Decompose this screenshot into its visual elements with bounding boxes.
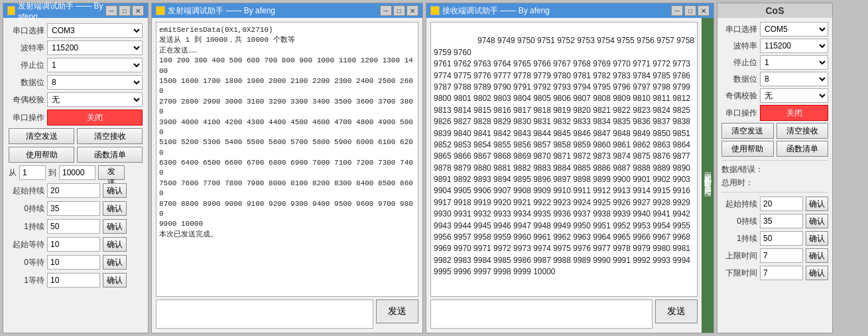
- param-row-1: 0持续 确认: [9, 201, 143, 216]
- rc-param-input-0[interactable]: [760, 197, 803, 211]
- rc-baud-row: 波特率 115200: [721, 39, 828, 53]
- rc-baud-label: 波特率: [721, 41, 757, 52]
- rc-param-label-0: 起始持续: [721, 199, 757, 210]
- right-title: 接收端调试助手 —— By afeng: [442, 5, 550, 17]
- rc-param-confirm-2[interactable]: 确认: [806, 231, 828, 246]
- param-confirm-3[interactable]: 确认: [103, 237, 127, 252]
- left-maximize-btn[interactable]: □: [119, 5, 131, 16]
- rc-databit-label: 数据位: [721, 74, 757, 85]
- middle-window: 发射端调试助手 —— By afeng ─ □ ✕ emitSeriesData…: [151, 3, 423, 333]
- count-clear-btn[interactable]: 函数清单: [77, 147, 143, 163]
- rc-clear-send-btn[interactable]: 清空发送: [721, 123, 774, 139]
- param-row-2: 1持续 确认: [9, 219, 143, 234]
- rc-param-input-1[interactable]: [760, 214, 803, 228]
- param-input-4[interactable]: [47, 255, 100, 270]
- param-confirm-1[interactable]: 确认: [103, 201, 127, 216]
- baud-label: 波特率: [9, 42, 44, 54]
- port-row: 串口选择 COM3: [9, 23, 143, 38]
- middle-close-btn[interactable]: ✕: [406, 5, 418, 16]
- param-row-4: 0等待 确认: [9, 255, 143, 270]
- right-bottom-row: 发送: [430, 299, 698, 329]
- middle-maximize-btn[interactable]: □: [393, 5, 405, 16]
- rc-databit-row: 数据位 8: [721, 72, 828, 86]
- rc-param-row-3: 上限时间 确认: [721, 248, 828, 263]
- right-maximize-btn[interactable]: □: [684, 5, 696, 16]
- databit-select[interactable]: 8: [47, 75, 143, 90]
- rc-count-clear-btn[interactable]: 函数清单: [776, 141, 829, 157]
- use-help-btn[interactable]: 使用帮助: [9, 147, 74, 163]
- rc-parity-select[interactable]: 无: [760, 88, 828, 103]
- operation-row: 串口操作 关闭: [9, 110, 143, 126]
- close-port-btn[interactable]: 关闭: [47, 110, 143, 126]
- param-input-1[interactable]: [47, 201, 100, 216]
- right-close-btn[interactable]: ✕: [698, 5, 710, 16]
- baud-select[interactable]: 115200: [47, 41, 143, 55]
- port-select[interactable]: COM3: [47, 23, 143, 38]
- stopbit-select[interactable]: 1: [47, 58, 143, 72]
- right-minimize-btn[interactable]: ─: [671, 5, 683, 16]
- rc-param-input-3[interactable]: [760, 248, 803, 263]
- rc-param-confirm-3[interactable]: 确认: [806, 248, 828, 263]
- rc-stopbit-label: 停止位: [721, 57, 757, 68]
- rc-clear-recv-btn[interactable]: 清空接收: [776, 123, 829, 139]
- left-close-btn[interactable]: ✕: [132, 5, 144, 16]
- right-send-input[interactable]: [430, 299, 652, 329]
- middle-send-input[interactable]: [156, 299, 373, 329]
- right-send-btn[interactable]: 发送: [655, 299, 698, 323]
- param-input-2[interactable]: [47, 219, 100, 234]
- to-input[interactable]: [59, 165, 95, 180]
- rc-total-time-label: 总用时：: [721, 177, 753, 189]
- middle-minimize-btn[interactable]: ─: [380, 5, 392, 16]
- rc-stopbit-select[interactable]: 1: [760, 55, 828, 70]
- rc-param-label-3: 上限时间: [721, 250, 757, 262]
- clear-send-btn[interactable]: 清空发送: [9, 128, 74, 144]
- sidebar-strip: 固定式的判断窗口信息设定与应: [702, 18, 713, 333]
- rc-use-help-btn[interactable]: 使用帮助: [721, 141, 774, 157]
- rc-param-input-2[interactable]: [760, 231, 803, 246]
- param-row-0: 起始持续 确认: [9, 183, 143, 198]
- rc-baud-select[interactable]: 115200: [760, 39, 828, 53]
- range-send-btn[interactable]: 发送: [98, 165, 125, 180]
- action-btn-row: 清空发送 清空接收: [9, 128, 143, 144]
- rc-param-confirm-0[interactable]: 确认: [806, 197, 828, 211]
- param-input-3[interactable]: [47, 237, 100, 252]
- param-confirm-5[interactable]: 确认: [103, 273, 127, 288]
- middle-titlebar: 发射端调试助手 —— By afeng ─ □ ✕: [152, 3, 422, 18]
- right-title-icon: [430, 6, 440, 15]
- param-confirm-0[interactable]: 确认: [103, 183, 127, 198]
- rc-param-row-2: 1持续 确认: [721, 231, 828, 246]
- right-titlebar: 接收端调试助手 —— By afeng ─ □ ✕: [426, 3, 713, 18]
- param-confirm-2[interactable]: 确认: [103, 219, 127, 234]
- rc-param-label-4: 下限时间: [721, 268, 757, 279]
- param-confirm-4[interactable]: 确认: [103, 255, 127, 270]
- param-label-4: 0等待: [9, 257, 44, 268]
- rc-operation-label: 串口操作: [721, 108, 757, 119]
- param-input-5[interactable]: [47, 273, 100, 288]
- rc-param-row-1: 0持续 确认: [721, 214, 828, 228]
- parity-select[interactable]: 无: [47, 92, 143, 107]
- rc-databit-select[interactable]: 8: [760, 72, 828, 86]
- right-content-window: 接收端调试助手 —— By afeng ─ □ ✕ 9748 9749 9750…: [426, 3, 714, 333]
- rc-close-port-btn[interactable]: 关闭: [760, 105, 828, 121]
- range-row: 从 到 发送: [9, 165, 143, 180]
- clear-recv-btn[interactable]: 清空接收: [77, 128, 143, 144]
- param-label-1: 0持续: [9, 203, 44, 214]
- param-label-2: 1持续: [9, 221, 44, 232]
- rc-port-label: 串口选择: [721, 24, 757, 35]
- stopbit-row: 停止位 1: [9, 58, 143, 72]
- right-data-area: 9748 9749 9750 9751 9752 9753 9754 9755 …: [430, 22, 698, 297]
- divider-1: [721, 160, 828, 161]
- middle-send-btn[interactable]: 发送: [376, 299, 418, 323]
- rc-port-select[interactable]: COM5: [760, 22, 828, 37]
- param-label-5: 1等待: [9, 275, 44, 286]
- databit-label: 数据位: [9, 77, 44, 88]
- rc-param-confirm-4[interactable]: 确认: [806, 266, 828, 280]
- rc-param-input-4[interactable]: [760, 266, 803, 280]
- left-minimize-btn[interactable]: ─: [105, 5, 117, 16]
- rc-param-confirm-1[interactable]: 确认: [806, 214, 828, 228]
- rc-total-time-row: 总用时：: [721, 177, 828, 189]
- rc-param-label-2: 1持续: [721, 233, 757, 244]
- from-input[interactable]: [19, 165, 46, 180]
- divider-2: [721, 192, 828, 193]
- param-input-0[interactable]: [47, 183, 100, 198]
